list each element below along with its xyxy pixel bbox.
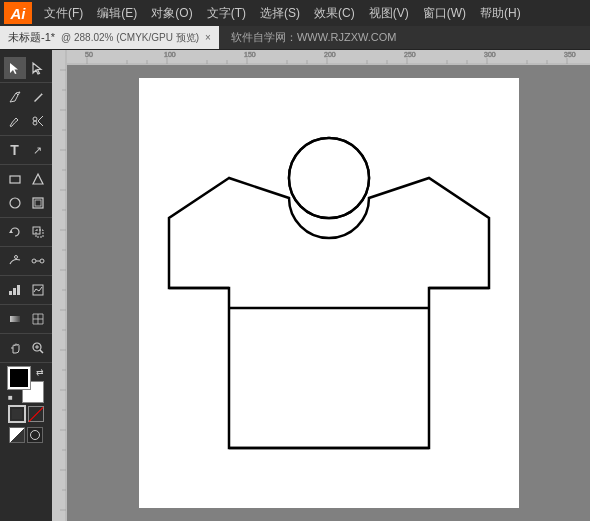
direct-selection-tool[interactable] xyxy=(27,57,49,79)
svg-marker-11 xyxy=(9,230,13,233)
canvas-content xyxy=(67,65,590,521)
brush-tool[interactable] xyxy=(4,110,26,132)
svg-point-8 xyxy=(10,198,20,208)
tool-group-type: T ↗ xyxy=(0,136,52,165)
menu-object[interactable]: 对象(O) xyxy=(145,3,198,24)
svg-text:50: 50 xyxy=(85,51,93,58)
screen-mode-icon[interactable] xyxy=(27,427,43,443)
menu-help[interactable]: 帮助(H) xyxy=(474,3,527,24)
view-mode-row xyxy=(9,427,43,443)
type-tool-2[interactable]: ↗ xyxy=(27,139,49,161)
svg-line-3 xyxy=(38,121,43,126)
gradient-tool[interactable] xyxy=(4,308,26,330)
reset-colors-icon[interactable]: ■ xyxy=(8,393,18,403)
tool-group-graph xyxy=(0,276,52,305)
mesh-tool[interactable] xyxy=(27,308,49,330)
pen-tool[interactable] xyxy=(4,86,26,108)
svg-rect-20 xyxy=(17,285,20,295)
tab-info: @ 288.02% (CMYK/GPU 预览) xyxy=(61,31,199,45)
menu-items: 文件(F) 编辑(E) 对象(O) 文字(T) 选择(S) 效果(C) 视图(V… xyxy=(38,3,527,24)
tab-close-button[interactable]: × xyxy=(205,32,211,43)
app-logo: Ai xyxy=(4,2,32,24)
stroke-indicator[interactable] xyxy=(8,405,26,423)
vertical-ruler xyxy=(52,50,67,521)
swap-colors-icon[interactable]: ⇄ xyxy=(36,367,44,377)
rectangle-tool[interactable] xyxy=(4,168,26,190)
tool-group-pen xyxy=(0,83,52,136)
tool-group-selection xyxy=(0,54,52,83)
svg-point-5 xyxy=(33,121,37,125)
tool-group-gradient xyxy=(0,305,52,334)
svg-text:350: 350 xyxy=(564,51,576,58)
watermark-text: 软件自学网：WWW.RJZXW.COM xyxy=(231,30,397,45)
color-swatches[interactable]: ⇄ ■ xyxy=(8,367,44,403)
svg-point-82 xyxy=(290,139,368,217)
tab-bar: 未标题-1* @ 288.02% (CMYK/GPU 预览) × 软件自学网：W… xyxy=(0,26,590,50)
tool-group-warp xyxy=(0,247,52,276)
svg-line-25 xyxy=(40,350,43,353)
tshirt-drawing xyxy=(139,78,519,508)
svg-rect-6 xyxy=(10,176,20,183)
shape-tool[interactable] xyxy=(27,168,49,190)
menu-bar: Ai 文件(F) 编辑(E) 对象(O) 文字(T) 选择(S) 效果(C) 视… xyxy=(0,0,590,26)
menu-edit[interactable]: 编辑(E) xyxy=(91,3,143,24)
symbol-tool[interactable] xyxy=(4,279,26,301)
tool-group-shapes xyxy=(0,165,52,218)
main-layout: T ↗ xyxy=(0,50,590,521)
document-tab[interactable]: 未标题-1* @ 288.02% (CMYK/GPU 预览) × xyxy=(0,26,219,49)
svg-marker-1 xyxy=(33,63,41,74)
tool-group-transform xyxy=(0,218,52,247)
svg-text:200: 200 xyxy=(324,51,336,58)
warp-tool[interactable] xyxy=(4,250,26,272)
tab-title: 未标题-1* xyxy=(8,30,55,45)
svg-rect-9 xyxy=(33,198,43,208)
menu-file[interactable]: 文件(F) xyxy=(38,3,89,24)
graph-tool[interactable] xyxy=(27,279,49,301)
scale-tool[interactable] xyxy=(27,221,49,243)
svg-marker-7 xyxy=(33,174,43,184)
svg-rect-19 xyxy=(13,288,16,295)
pencil-tool[interactable] xyxy=(27,86,49,108)
none-icon[interactable] xyxy=(28,406,44,422)
svg-marker-0 xyxy=(10,63,18,74)
normal-mode-icon[interactable] xyxy=(9,427,25,443)
svg-text:300: 300 xyxy=(484,51,496,58)
svg-text:100: 100 xyxy=(164,51,176,58)
ellipse-tool[interactable] xyxy=(4,192,26,214)
menu-view[interactable]: 视图(V) xyxy=(363,3,415,24)
svg-rect-22 xyxy=(10,316,20,322)
foreground-color-swatch[interactable] xyxy=(8,367,30,389)
toolbar: T ↗ xyxy=(0,50,52,521)
stroke-fill-row xyxy=(8,405,44,423)
svg-line-2 xyxy=(38,116,43,121)
svg-rect-18 xyxy=(9,291,12,295)
scissors-tool[interactable] xyxy=(27,110,49,132)
rect-tool-2[interactable] xyxy=(27,192,49,214)
svg-point-16 xyxy=(40,259,44,263)
selection-tool[interactable] xyxy=(4,57,26,79)
svg-point-14 xyxy=(14,256,17,259)
zoom-tool[interactable] xyxy=(27,337,49,359)
svg-rect-10 xyxy=(35,200,41,206)
svg-text:150: 150 xyxy=(244,51,256,58)
type-tool[interactable]: T xyxy=(4,139,26,161)
svg-text:250: 250 xyxy=(404,51,416,58)
color-section: ⇄ ■ xyxy=(4,363,48,447)
blend-tool[interactable] xyxy=(27,250,49,272)
hand-tool[interactable] xyxy=(4,337,26,359)
svg-rect-56 xyxy=(52,50,67,521)
svg-point-15 xyxy=(32,259,36,263)
svg-point-4 xyxy=(33,117,37,121)
menu-window[interactable]: 窗口(W) xyxy=(417,3,472,24)
rotate-tool[interactable] xyxy=(4,221,26,243)
tool-group-view xyxy=(0,334,52,363)
menu-select[interactable]: 选择(S) xyxy=(254,3,306,24)
menu-text[interactable]: 文字(T) xyxy=(201,3,252,24)
canvas-area[interactable]: 50 100 150 200 250 300 350 xyxy=(52,50,590,521)
horizontal-ruler: 50 100 150 200 250 300 350 xyxy=(67,50,590,65)
menu-effect[interactable]: 效果(C) xyxy=(308,3,361,24)
